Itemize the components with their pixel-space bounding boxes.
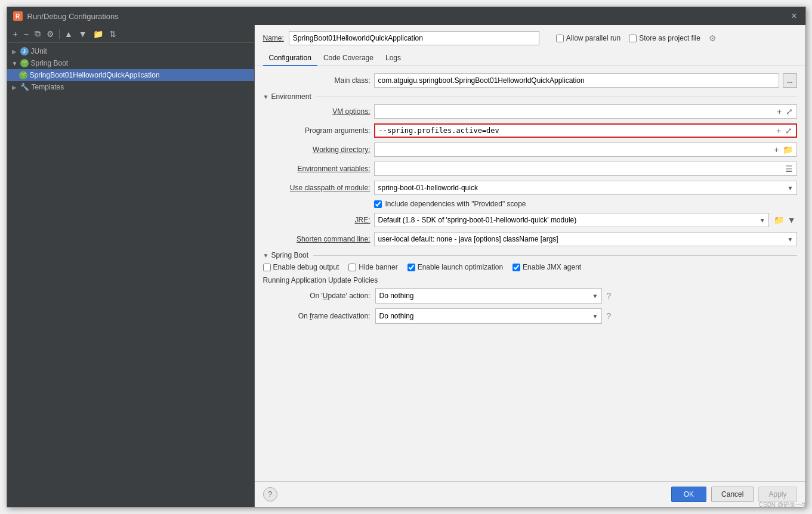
hide-banner-label: Hide banner: [359, 263, 397, 271]
env-vars-input[interactable]: [375, 162, 782, 175]
junit-arrow: ▶: [12, 48, 18, 55]
vm-options-input[interactable]: [375, 105, 774, 118]
ok-button[interactable]: OK: [671, 487, 706, 502]
jre-dropdown-wrapper: Default (1.8 - SDK of 'spring-boot-01-he…: [374, 213, 769, 227]
include-deps-row: Include dependencies with "Provided" sco…: [374, 200, 797, 208]
config-content: Main class: ... ▼ Environment VM options…: [255, 66, 805, 481]
on-update-help-icon[interactable]: ?: [607, 291, 612, 301]
move-up-button[interactable]: ▲: [62, 28, 75, 40]
tree-item-junit[interactable]: ▶ J JUnit: [7, 45, 254, 57]
program-args-input[interactable]: [375, 125, 773, 137]
vm-options-add-icon[interactable]: +: [776, 107, 783, 116]
jre-folder-icon[interactable]: 📁: [773, 215, 785, 225]
spring-boot-section-header: ▼ Spring Boot: [263, 251, 797, 259]
allow-parallel-checkbox[interactable]: [556, 35, 564, 42]
templates-icon: 🔧: [20, 83, 29, 91]
tab-configuration[interactable]: Configuration: [263, 50, 317, 66]
vm-options-field: + ⤢: [374, 104, 797, 119]
env-vars-label: Environment variables:: [263, 165, 371, 173]
working-dir-field: + 📁: [374, 143, 797, 157]
on-frame-dropdown[interactable]: Do nothing: [375, 308, 602, 324]
on-update-dropdown-wrapper: Do nothing ▼: [375, 288, 602, 304]
enable-debug-checkbox[interactable]: [263, 264, 271, 271]
classpath-row: Use classpath of module: spring-boot-01-…: [263, 181, 797, 195]
tree-item-selected[interactable]: 🌱 SpringBoot01HelloworldQuickApplication: [7, 69, 254, 81]
title-bar-left: R Run/Debug Configurations: [13, 11, 119, 21]
app-config-icon: 🌱: [19, 71, 27, 79]
env-vars-icons: ☰: [782, 164, 796, 174]
main-class-browse-button[interactable]: ...: [783, 73, 796, 88]
allow-parallel-row: Allow parallel run: [556, 34, 620, 42]
env-section-arrow[interactable]: ▼: [263, 94, 269, 100]
env-vars-edit-icon[interactable]: ☰: [784, 164, 794, 174]
main-class-input[interactable]: [374, 73, 780, 88]
move-down-button[interactable]: ▼: [76, 28, 89, 40]
hide-banner-checkbox[interactable]: [348, 264, 356, 271]
jre-dropdown[interactable]: Default (1.8 - SDK of 'spring-boot-01-he…: [374, 213, 769, 227]
hide-banner-option: Hide banner: [348, 263, 397, 271]
jre-right-icons: 📁 ▼: [773, 215, 797, 225]
name-label: Name:: [263, 34, 284, 42]
name-input[interactable]: [289, 31, 539, 45]
working-dir-add-icon[interactable]: +: [773, 145, 780, 154]
name-row-right: Allow parallel run Store as project file…: [556, 33, 717, 43]
sort-button[interactable]: ⇅: [107, 28, 119, 40]
shorten-label: Shorten command line:: [263, 235, 371, 243]
shorten-dropdown[interactable]: user-local default: none - java [options…: [374, 232, 797, 246]
templates-label: Templates: [32, 83, 64, 91]
enable-debug-label: Enable debug output: [273, 263, 339, 271]
left-panel: + − ⧉ ⚙ ▲ ▼ 📁 ⇅ ▶ J JUnit ▼: [7, 25, 255, 507]
spring-section-title: Spring Boot: [271, 251, 308, 259]
on-update-dropdown[interactable]: Do nothing: [375, 288, 602, 304]
store-as-project-checkbox[interactable]: [629, 35, 637, 42]
enable-launch-checkbox[interactable]: [407, 264, 415, 271]
tree-item-springboot[interactable]: ▼ 🌱 Spring Boot: [7, 57, 254, 69]
copy-config-button[interactable]: ⧉: [32, 27, 43, 40]
vm-options-expand-icon[interactable]: ⤢: [785, 107, 794, 116]
store-as-project-label: Store as project file: [639, 34, 700, 42]
on-frame-row: On frame deactivation: Do nothing ▼ ?: [275, 308, 797, 324]
remove-config-button[interactable]: −: [21, 28, 31, 40]
gear-icon[interactable]: ⚙: [709, 33, 717, 43]
springboot-label: Spring Boot: [31, 59, 69, 67]
tab-logs[interactable]: Logs: [379, 50, 407, 66]
program-args-expand-icon[interactable]: ⤢: [784, 126, 794, 135]
jre-dropdown-btn[interactable]: ▼: [786, 215, 797, 225]
on-frame-help-icon[interactable]: ?: [607, 311, 612, 321]
add-config-button[interactable]: +: [11, 28, 20, 40]
folder-button[interactable]: 📁: [91, 28, 106, 40]
working-dir-folder-icon[interactable]: 📁: [782, 145, 794, 154]
store-as-project-row: Store as project file: [629, 34, 700, 42]
apply-button[interactable]: Apply: [758, 487, 796, 502]
left-toolbar: + − ⧉ ⚙ ▲ ▼ 📁 ⇅: [7, 25, 254, 43]
environment-section-header: ▼ Environment: [263, 92, 797, 101]
working-dir-input[interactable]: [375, 143, 771, 156]
settings-config-button[interactable]: ⚙: [44, 28, 57, 40]
vm-options-row: VM options: + ⤢: [263, 104, 797, 119]
bottom-bar: ? OK Cancel Apply: [255, 481, 805, 507]
enable-launch-label: Enable launch optimization: [418, 263, 503, 271]
junit-label: JUnit: [31, 47, 47, 55]
shorten-dropdown-wrapper: user-local default: none - java [options…: [374, 232, 797, 246]
classpath-dropdown[interactable]: spring-boot-01-helloworld-quick: [374, 181, 797, 195]
help-button[interactable]: ?: [263, 487, 277, 501]
tab-code-coverage[interactable]: Code Coverage: [317, 50, 379, 66]
env-vars-field: ☰: [374, 162, 797, 176]
app-icon: R: [13, 11, 23, 21]
cancel-button[interactable]: Cancel: [711, 487, 754, 502]
on-update-label: On 'Update' action:: [275, 292, 371, 300]
title-bar: R Run/Debug Configurations ×: [7, 7, 805, 25]
working-dir-icons: + 📁: [770, 145, 796, 154]
include-deps-checkbox[interactable]: [374, 200, 382, 208]
toolbar-separator: [59, 29, 60, 39]
program-args-add-icon[interactable]: +: [775, 126, 782, 135]
spring-section-arrow[interactable]: ▼: [263, 252, 269, 259]
spring-options-row: Enable debug output Hide banner Enable l…: [263, 263, 797, 271]
enable-jmx-checkbox[interactable]: [512, 264, 520, 271]
program-args-row: Program arguments: + ⤢: [263, 123, 797, 138]
name-row: Name: Allow parallel run Store as projec…: [255, 25, 805, 50]
classpath-label: Use classpath of module:: [263, 184, 371, 192]
close-button[interactable]: ×: [789, 11, 799, 21]
tree-item-templates[interactable]: ▶ 🔧 Templates: [7, 81, 254, 93]
jre-row: JRE: Default (1.8 - SDK of 'spring-boot-…: [263, 213, 797, 227]
